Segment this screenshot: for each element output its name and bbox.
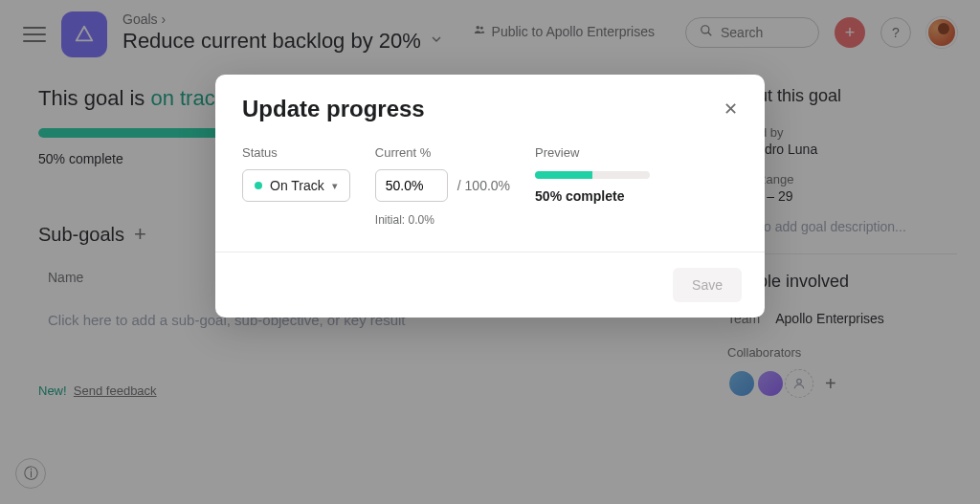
current-pct-input[interactable] (375, 169, 448, 202)
status-select[interactable]: On Track ▾ (242, 169, 350, 202)
status-select-value: On Track (270, 178, 324, 193)
update-progress-modal: Update progress ✕ Status On Track ▾ Curr… (215, 75, 765, 318)
modal-overlay[interactable]: Update progress ✕ Status On Track ▾ Curr… (0, 0, 980, 504)
current-pct-label: Current % (375, 145, 510, 160)
modal-title: Update progress (242, 96, 425, 122)
close-icon[interactable]: ✕ (724, 99, 738, 120)
max-pct-text: / 100.0% (457, 178, 510, 193)
preview-text: 50% complete (535, 188, 650, 204)
save-button[interactable]: Save (673, 268, 742, 302)
initial-value-text: Initial: 0.0% (375, 213, 510, 227)
preview-label: Preview (535, 145, 650, 160)
preview-progress-fill (535, 171, 592, 179)
status-dot-icon (255, 182, 262, 189)
chevron-down-icon: ▾ (332, 180, 338, 192)
preview-progress-bar (535, 171, 650, 179)
status-label: Status (242, 145, 350, 160)
